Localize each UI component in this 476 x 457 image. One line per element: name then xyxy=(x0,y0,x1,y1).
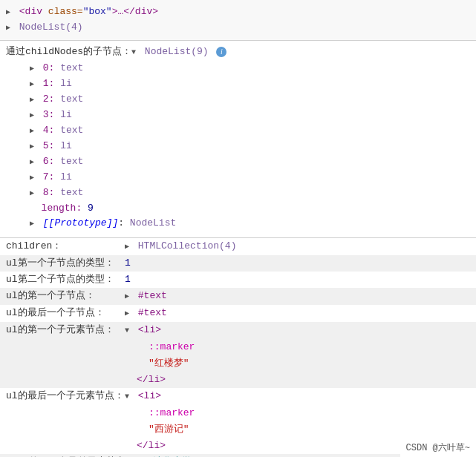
pseudo-marker-1: ::marker xyxy=(149,341,195,352)
expand-icon[interactable] xyxy=(30,217,37,231)
htmlcollection: HTMLCollection(4) xyxy=(138,240,237,251)
last-element-text-row: "西游记" xyxy=(0,421,476,438)
expand-icon[interactable] xyxy=(30,62,37,76)
text-honglou-content: "红楼梦" xyxy=(149,358,189,369)
text-xiyou: "西游记" xyxy=(125,423,189,436)
output-rows: children： HTMLCollection(4) ul第一个子节点的类型：… xyxy=(0,238,476,322)
watermark-text: CSDN @六叶草~ xyxy=(406,443,470,453)
index-8: 8: xyxy=(43,187,60,198)
length-row: length: 9 xyxy=(30,201,470,216)
expand-icon[interactable] xyxy=(6,6,13,19)
expand-icon[interactable] xyxy=(30,171,37,185)
first-element-tag: <li> xyxy=(125,323,161,338)
div-box-line: <div class="box">…</div> xyxy=(6,4,470,20)
children-value: HTMLCollection(4) xyxy=(125,240,236,254)
nodelist4-label: NodeList(4) xyxy=(19,22,83,33)
first-element-marker-row: ::marker xyxy=(0,339,476,355)
expand-icon[interactable] xyxy=(30,140,37,154)
length-label: length: xyxy=(42,203,82,214)
children-label: children： xyxy=(6,240,125,253)
item-1: 1: li xyxy=(30,76,470,92)
childnodes-label: 通过childNodes的子节点： xyxy=(6,45,131,59)
ul-first-type-row: ul第一个子节点的类型： 1 xyxy=(0,255,476,272)
childnodes-row: 通过childNodes的子节点： NodeList(9) i xyxy=(6,44,470,61)
expand-icon[interactable] xyxy=(30,187,37,200)
watermark: CSDN @六叶草~ xyxy=(400,438,476,457)
class-attr: class= xyxy=(48,6,83,17)
expand-icon[interactable] xyxy=(125,307,132,320)
index-7: 7: xyxy=(43,171,60,183)
li-open: <li> xyxy=(138,324,161,335)
expand-icon[interactable] xyxy=(30,78,37,91)
index-4: 4: xyxy=(43,125,60,136)
item-0: 0: text xyxy=(30,61,470,76)
pseudo-marker-2: ::marker xyxy=(149,407,195,418)
nodelist9: NodeList(9) xyxy=(145,46,209,57)
ul-second-type-label: ul第二个子节点的类型： xyxy=(6,273,125,286)
first-element-section: ul的第一个子元素节点： <li> ::marker "红楼梦" </li> xyxy=(0,322,476,388)
index-2: 2: xyxy=(43,93,60,105)
index-3: 3: xyxy=(43,109,60,120)
li-open-2: <li> xyxy=(138,390,161,401)
expand-icon[interactable] xyxy=(125,390,132,404)
expand-icon[interactable] xyxy=(30,125,37,138)
index-1: 1: xyxy=(43,78,60,89)
first-element-close-row: </li> xyxy=(0,372,476,388)
ul-second-type-row: ul第二个子节点的类型： 1 xyxy=(0,272,476,288)
marker-1: ::marker xyxy=(125,341,195,354)
expand-icon[interactable] xyxy=(125,290,132,303)
expand-icon[interactable] xyxy=(30,93,37,107)
prototype-link[interactable]: [[Prototype]] xyxy=(43,217,118,228)
item-7: 7: li xyxy=(30,170,470,185)
type-7: li xyxy=(60,171,72,183)
ul-first-child-label: ul的第一个子节点： xyxy=(6,289,125,303)
text-xiyou-content: "西游记" xyxy=(149,424,189,435)
text-honglou: "红楼梦" xyxy=(125,357,189,370)
div-tag-close: >…</div> xyxy=(112,6,158,17)
ul-last-child-value: #text xyxy=(125,306,167,320)
nodelist-items: 0: text 1: li 2: text 3: li 4: text 5: l… xyxy=(6,61,470,231)
type-6: text xyxy=(60,156,83,167)
type-8: text xyxy=(60,187,83,198)
item-8: 8: text xyxy=(30,185,470,201)
ul-first-type-value: 1 xyxy=(125,257,131,270)
expand-icon[interactable] xyxy=(125,324,132,338)
li-close-tag-2: </li> xyxy=(137,440,166,451)
expand-icon[interactable] xyxy=(30,109,37,122)
prototype-label: [[Prototype]] xyxy=(43,217,118,228)
expand-icon[interactable] xyxy=(30,156,37,169)
ul-last-child-row: ul的最后一个子节点： #text xyxy=(0,305,476,322)
div-tag: <div xyxy=(19,6,48,17)
index-0: 0: xyxy=(43,62,60,73)
item-3: 3: li xyxy=(30,108,470,123)
type-1: li xyxy=(60,78,72,89)
expand-icon[interactable] xyxy=(6,22,13,35)
children-row: children： HTMLCollection(4) xyxy=(0,238,476,255)
type-5: li xyxy=(60,140,72,151)
ul-first-child-row: ul的第一个子节点： #text xyxy=(0,288,476,305)
length-value: 9 xyxy=(88,203,94,214)
class-value: "box" xyxy=(83,6,112,17)
expand-icon[interactable] xyxy=(131,46,139,59)
type-4: text xyxy=(60,125,83,136)
last-element-row: ul的最后一个子元素节点： <li> xyxy=(0,388,476,405)
marker-2: ::marker xyxy=(125,407,195,420)
item-4: 4: text xyxy=(30,123,470,139)
last-element-tag: <li> xyxy=(125,389,161,404)
expand-icon[interactable] xyxy=(125,240,132,254)
first-element-text-row: "红楼梦" xyxy=(0,355,476,372)
nodelist4-line: NodeList(4) xyxy=(6,20,470,36)
li-close-tag-1: </li> xyxy=(137,374,166,385)
li-close-2: </li> xyxy=(125,439,166,453)
hash-text: #text xyxy=(138,290,167,301)
ul-first-type-label: ul第一个子节点的类型： xyxy=(6,257,125,270)
prototype-colon: : xyxy=(118,217,130,228)
top-section: <div class="box">…</div> NodeList(4) xyxy=(0,0,476,41)
first-element-row: ul的第一个子元素节点： <li> xyxy=(0,322,476,339)
first-element-label: ul的第一个子元素节点： xyxy=(6,323,125,337)
index-6: 6: xyxy=(43,156,60,167)
ul-first-child-value: #text xyxy=(125,289,167,303)
ul-last-child-label: ul的最后一个子节点： xyxy=(6,306,125,320)
ul-second-type-value: 1 xyxy=(125,273,131,286)
item-2: 2: text xyxy=(30,92,470,108)
